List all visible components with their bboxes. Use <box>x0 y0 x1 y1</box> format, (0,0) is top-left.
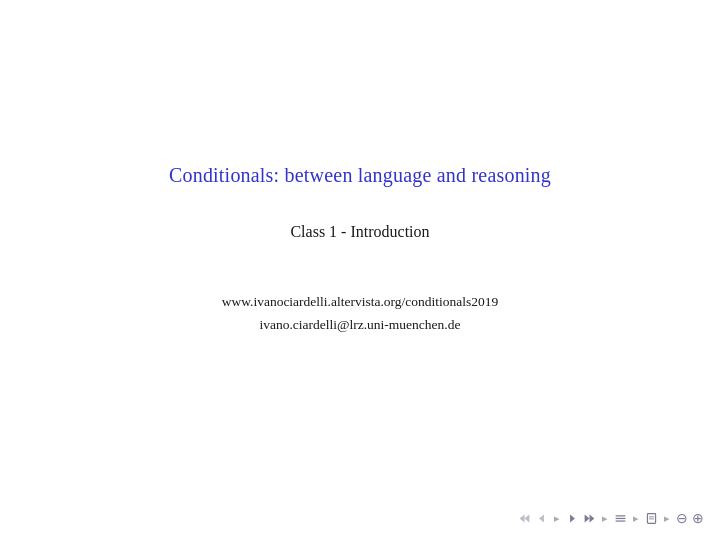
bookmark-icon[interactable] <box>645 512 658 525</box>
svg-marker-1 <box>525 514 530 522</box>
nav-separator-1: ▸ <box>554 512 560 525</box>
nav-last-icon[interactable] <box>583 512 596 525</box>
nav-prev-icon[interactable] <box>535 512 548 525</box>
nav-separator-2: ▸ <box>602 512 608 525</box>
nav-separator-3: ▸ <box>633 512 639 525</box>
zoom-out-icon[interactable]: ⊖ <box>676 510 688 527</box>
slide-subtitle: Class 1 - Introduction <box>290 223 429 241</box>
menu-icon[interactable] <box>614 512 627 525</box>
svg-rect-8 <box>616 520 626 521</box>
bottom-bar: ▸ ▸ ▸ <box>0 510 720 531</box>
slide-container: Conditionals: between language and reaso… <box>0 0 720 541</box>
zoom-in-icon[interactable]: ⊕ <box>692 510 704 527</box>
svg-marker-0 <box>520 514 525 522</box>
nav-next-icon[interactable] <box>566 512 579 525</box>
nav-first-icon[interactable] <box>518 512 531 525</box>
slide-title: Conditionals: between language and reaso… <box>169 164 551 187</box>
svg-rect-7 <box>616 518 626 519</box>
nav-icons: ▸ ▸ ▸ <box>518 510 704 527</box>
slide-email: ivano.ciardelli@lrz.uni-muenchen.de <box>222 314 499 337</box>
svg-marker-3 <box>570 514 575 522</box>
slide-url: www.ivanociardelli.altervista.org/condit… <box>222 291 499 314</box>
content-area: Conditionals: between language and reaso… <box>169 164 551 337</box>
svg-rect-6 <box>616 515 626 516</box>
svg-marker-2 <box>539 514 544 522</box>
nav-separator-4: ▸ <box>664 512 670 525</box>
svg-marker-5 <box>590 514 595 522</box>
links-area: www.ivanociardelli.altervista.org/condit… <box>222 291 499 337</box>
svg-marker-4 <box>585 514 590 522</box>
